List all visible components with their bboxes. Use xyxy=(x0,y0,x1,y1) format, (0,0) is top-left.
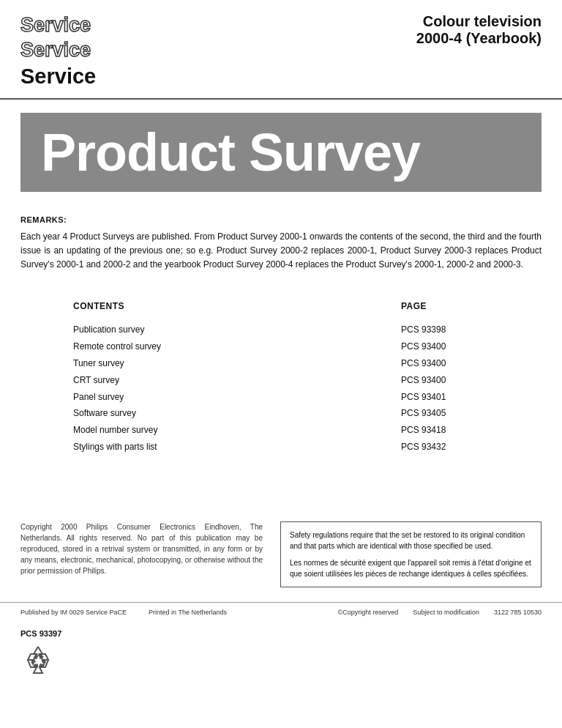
title-line1: Colour television xyxy=(416,13,542,30)
list-item: PCS 93401 xyxy=(401,389,518,406)
logo-line2: Service xyxy=(20,38,96,63)
page-items: PCS 93398 PCS 93400 PCS 93400 PCS 93400 … xyxy=(401,322,518,455)
remarks-section: REMARKS: Each year 4 Product Surveys are… xyxy=(0,205,562,272)
list-item: Software survey xyxy=(73,405,357,422)
list-item: PCS 93400 xyxy=(401,355,518,372)
list-item: PCS 93398 xyxy=(401,322,518,338)
page-column: PAGE PCS 93398 PCS 93400 PCS 93400 PCS 9… xyxy=(401,301,518,455)
title-area: Colour television 2000-4 (Yearbook) xyxy=(416,13,542,47)
list-item: PCS 93400 xyxy=(401,372,518,389)
remarks-text: Each year 4 Product Surveys are publishe… xyxy=(20,230,542,272)
product-survey-banner: Product Survey xyxy=(20,113,542,192)
copyright-reserved: ©Copyright reserved xyxy=(338,609,399,616)
contents-section: CONTENTS Publication survey Remote contr… xyxy=(0,272,562,469)
footer-copyright: Copyright 2000 Philips Consumer Electron… xyxy=(20,521,263,587)
safety-text-en: Safety regulations require that the set … xyxy=(290,530,532,551)
footer-safety: Safety regulations require that the set … xyxy=(280,521,542,587)
pcs-number: PCS 93397 xyxy=(20,629,542,638)
list-item: Panel survey xyxy=(73,389,357,406)
contents-column: CONTENTS Publication survey Remote contr… xyxy=(73,301,357,455)
list-item: Stylings with parts list xyxy=(73,439,357,456)
bottom-bar-right: ©Copyright reserved Subject to modificat… xyxy=(338,609,542,616)
title-line2: 2000-4 (Yearbook) xyxy=(416,30,542,47)
header: Service Service Service Colour televisio… xyxy=(0,0,562,100)
svg-text:♻: ♻ xyxy=(29,650,48,673)
list-item: PCS 93405 xyxy=(401,405,518,422)
list-item: CRT survey xyxy=(73,372,357,389)
logo-area: Service Service Service xyxy=(20,13,96,89)
subject-to-modification: Subject to modification xyxy=(413,609,479,616)
list-item: Publication survey xyxy=(73,322,357,338)
list-item: PCS 93418 xyxy=(401,422,518,439)
list-item: Remote control survey xyxy=(73,338,357,355)
list-item: Model number survey xyxy=(73,422,357,439)
contents-header: CONTENTS xyxy=(73,301,357,311)
page-header: PAGE xyxy=(401,301,518,311)
contents-items: Publication survey Remote control survey… xyxy=(73,322,357,455)
logo-line3: Service xyxy=(20,63,96,89)
footer-section: Copyright 2000 Philips Consumer Electron… xyxy=(0,492,562,587)
safety-text-fr: Les normes de sécurité exigent que l'app… xyxy=(290,557,532,579)
document-number: 3122 785 10530 xyxy=(494,609,542,616)
printed-in: Printed in The Netherlands xyxy=(149,609,227,616)
published-by: Published by IM 0029 Service PaCE xyxy=(20,609,127,616)
bottom-bar-left: Published by IM 0029 Service PaCE Printe… xyxy=(20,609,227,616)
pcs-area: PCS 93397 ♻ xyxy=(0,622,562,688)
list-item: PCS 93432 xyxy=(401,439,518,456)
remarks-label: REMARKS: xyxy=(20,215,542,224)
bottom-bar: Published by IM 0029 Service PaCE Printe… xyxy=(0,602,562,622)
recycle-icon: ♻ xyxy=(20,642,542,681)
list-item: Tuner survey xyxy=(73,355,357,372)
list-item: PCS 93400 xyxy=(401,338,518,355)
page: Service Service Service Colour televisio… xyxy=(0,0,562,728)
banner-text: Product Survey xyxy=(41,123,420,182)
logo-line1: Service xyxy=(20,13,96,38)
